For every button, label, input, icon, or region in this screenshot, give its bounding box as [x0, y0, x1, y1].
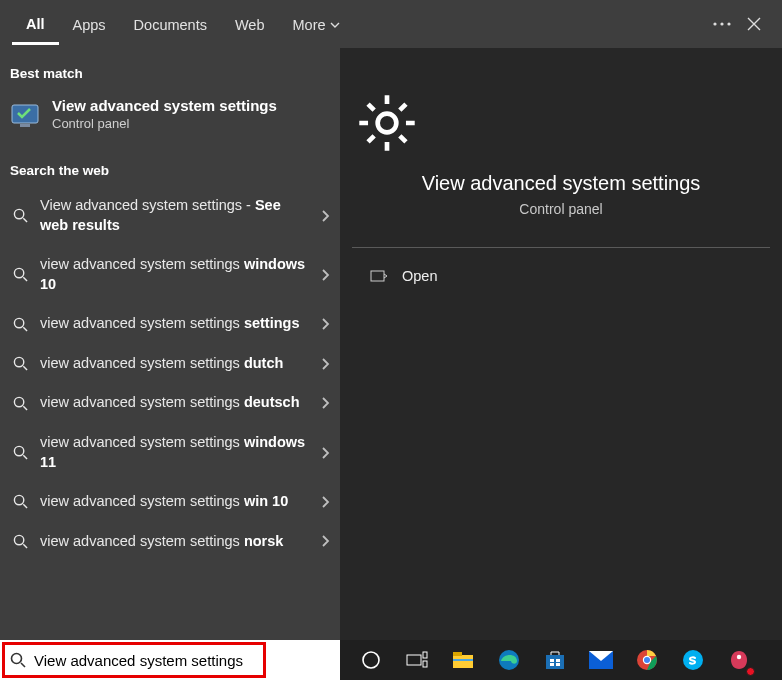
svg-point-11: [14, 496, 23, 505]
skype-icon[interactable]: [680, 647, 706, 673]
svg-point-32: [644, 657, 650, 663]
svg-point-1: [720, 22, 723, 25]
chevron-right-icon[interactable]: [320, 396, 330, 410]
chevron-right-icon[interactable]: [320, 446, 330, 460]
web-result-5[interactable]: view advanced system settings windows 11: [0, 423, 340, 482]
web-result-2[interactable]: view advanced system settings settings: [0, 304, 340, 344]
section-search-web: Search the web: [0, 145, 340, 186]
web-result-7[interactable]: view advanced system settings norsk: [0, 522, 340, 562]
svg-rect-22: [453, 659, 473, 661]
tab-more[interactable]: More: [279, 5, 354, 43]
search-icon: [10, 534, 30, 549]
preview-title: View advanced system settings: [352, 172, 770, 195]
svg-rect-27: [550, 663, 554, 666]
svg-rect-25: [550, 659, 554, 662]
svg-rect-26: [556, 659, 560, 662]
result-text: View advanced system settings - See web …: [40, 196, 310, 235]
search-icon: [10, 356, 30, 371]
tab-web[interactable]: Web: [221, 5, 279, 43]
result-text: view advanced system settings win 10: [40, 492, 310, 512]
chevron-right-icon[interactable]: [320, 268, 330, 282]
search-tabs: All Apps Documents Web More: [0, 0, 782, 48]
svg-point-15: [12, 654, 22, 664]
best-match-title: View advanced system settings: [52, 97, 277, 114]
chrome-icon[interactable]: [634, 647, 660, 673]
svg-rect-14: [371, 271, 384, 281]
more-options-icon[interactable]: [706, 8, 738, 40]
svg-rect-24: [546, 655, 564, 669]
svg-point-8: [14, 358, 23, 367]
tab-apps[interactable]: Apps: [59, 5, 120, 43]
svg-rect-18: [423, 652, 427, 658]
tab-documents[interactable]: Documents: [120, 5, 221, 43]
svg-point-16: [363, 652, 379, 668]
svg-rect-28: [556, 663, 560, 666]
search-icon: [10, 445, 30, 460]
result-text: view advanced system settings deutsch: [40, 393, 310, 413]
svg-point-13: [378, 114, 397, 133]
tab-all[interactable]: All: [12, 4, 59, 45]
web-result-3[interactable]: view advanced system settings dutch: [0, 344, 340, 384]
search-input[interactable]: [34, 652, 330, 669]
search-box[interactable]: [0, 640, 340, 680]
search-icon: [10, 208, 30, 223]
web-result-0[interactable]: View advanced system settings - See web …: [0, 186, 340, 245]
action-open-label: Open: [402, 268, 437, 284]
close-icon[interactable]: [738, 8, 770, 40]
chevron-down-icon: [330, 20, 340, 30]
result-text: view advanced system settings norsk: [40, 532, 310, 552]
web-result-4[interactable]: view advanced system settings deutsch: [0, 383, 340, 423]
search-icon: [10, 317, 30, 332]
svg-point-6: [14, 269, 23, 278]
result-text: view advanced system settings windows 11: [40, 433, 310, 472]
mail-icon[interactable]: [588, 647, 614, 673]
svg-rect-4: [20, 124, 30, 127]
search-icon: [10, 267, 30, 282]
svg-rect-21: [453, 652, 462, 656]
svg-point-0: [713, 22, 716, 25]
svg-point-9: [14, 397, 23, 406]
tab-more-label: More: [293, 17, 326, 33]
search-icon: [10, 652, 26, 668]
svg-rect-19: [423, 661, 427, 667]
result-text: view advanced system settings dutch: [40, 354, 310, 374]
chevron-right-icon[interactable]: [320, 317, 330, 331]
results-panel: Best match View advanced system settings…: [0, 48, 340, 640]
search-icon: [10, 494, 30, 509]
monitor-checkmark-icon: [10, 101, 42, 127]
preview-panel: View advanced system settings Control pa…: [340, 48, 782, 640]
notification-badge: [746, 667, 755, 676]
section-best-match: Best match: [0, 48, 340, 89]
taskbar: [0, 640, 782, 680]
action-open[interactable]: Open: [356, 258, 766, 294]
search-icon: [10, 396, 30, 411]
chevron-right-icon[interactable]: [320, 534, 330, 548]
chevron-right-icon[interactable]: [320, 495, 330, 509]
svg-point-10: [14, 446, 23, 455]
task-view-icon[interactable]: [404, 647, 430, 673]
svg-rect-20: [453, 655, 473, 668]
best-match-item[interactable]: View advanced system settings Control pa…: [0, 89, 340, 145]
chevron-right-icon[interactable]: [320, 357, 330, 371]
cortana-icon[interactable]: [358, 647, 384, 673]
web-result-1[interactable]: view advanced system settings windows 10: [0, 245, 340, 304]
svg-point-5: [14, 209, 23, 218]
svg-point-7: [14, 318, 23, 327]
svg-point-2: [727, 22, 730, 25]
svg-rect-17: [407, 655, 421, 665]
file-explorer-icon[interactable]: [450, 647, 476, 673]
best-match-subtitle: Control panel: [52, 116, 277, 131]
svg-point-34: [737, 655, 741, 659]
preview-subtitle: Control panel: [352, 201, 770, 217]
gear-icon: [352, 88, 770, 158]
result-text: view advanced system settings windows 10: [40, 255, 310, 294]
edge-icon[interactable]: [496, 647, 522, 673]
result-text: view advanced system settings settings: [40, 314, 310, 334]
chevron-right-icon[interactable]: [320, 209, 330, 223]
web-result-6[interactable]: view advanced system settings win 10: [0, 482, 340, 522]
open-icon: [370, 268, 388, 284]
app-icon[interactable]: [726, 647, 752, 673]
svg-point-12: [14, 535, 23, 544]
store-icon[interactable]: [542, 647, 568, 673]
